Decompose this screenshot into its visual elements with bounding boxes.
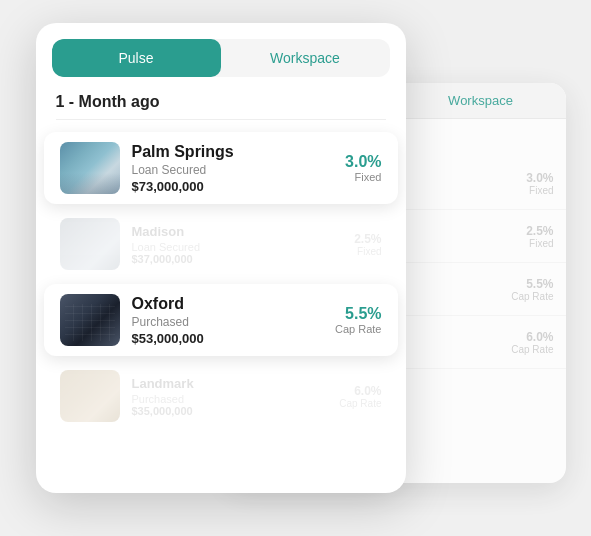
type-madison: Loan Secured — [132, 241, 343, 253]
back-rate-palm: 3.0% Fixed — [526, 171, 553, 196]
rate-value-palm-springs: 3.0% — [345, 153, 381, 171]
back-tab-workspace[interactable]: Workspace — [396, 83, 566, 118]
name-palm-springs: Palm Springs — [132, 143, 334, 161]
rate-value-landmark: 6.0% — [339, 384, 381, 398]
rate-value-oxford: 5.5% — [335, 305, 381, 323]
rate-oxford: 5.5% Cap Rate — [335, 305, 381, 335]
workspace-label: Workspace — [270, 50, 340, 66]
tab-pulse[interactable]: Pulse — [52, 39, 221, 77]
name-landmark: Landmark — [132, 376, 328, 391]
back-rate-madison: 2.5% Fixed — [526, 224, 553, 249]
deal-item-palm-springs[interactable]: Palm Springs Loan Secured $73,000,000 3.… — [44, 132, 398, 204]
pulse-label: Pulse — [118, 50, 153, 66]
info-landmark: Landmark Purchased $35,000,000 — [132, 376, 328, 417]
section-title: 1 - Month ago — [36, 77, 406, 119]
name-oxford: Oxford — [132, 295, 324, 313]
amount-landmark: $35,000,000 — [132, 405, 328, 417]
amount-palm-springs: $73,000,000 — [132, 179, 334, 194]
back-rate-gateway: 6.0% Cap Rate — [511, 330, 553, 355]
card-front: Pulse Workspace 1 - Month ago Palm Sprin… — [36, 23, 406, 493]
back-workspace-label: Workspace — [448, 93, 513, 108]
tab-workspace[interactable]: Workspace — [221, 39, 390, 77]
section-divider — [56, 119, 386, 120]
info-oxford: Oxford Purchased $53,000,000 — [132, 295, 324, 346]
info-madison: Madison Loan Secured $37,000,000 — [132, 224, 343, 265]
scene: Pulse Workspace ago Palm Springs Loan Se… — [36, 23, 556, 513]
deal-item-oxford[interactable]: Oxford Purchased $53,000,000 5.5% Cap Ra… — [44, 284, 398, 356]
rate-label-madison: Fixed — [354, 246, 381, 257]
back-rate-lexington: 5.5% Cap Rate — [511, 277, 553, 302]
rate-landmark: 6.0% Cap Rate — [339, 384, 381, 409]
rate-label-landmark: Cap Rate — [339, 398, 381, 409]
type-oxford: Purchased — [132, 315, 324, 329]
thumb-landmark — [60, 370, 120, 422]
deal-item-landmark[interactable]: Landmark Purchased $35,000,000 6.0% Cap … — [44, 360, 398, 432]
thumb-palm-springs — [60, 142, 120, 194]
info-palm-springs: Palm Springs Loan Secured $73,000,000 — [132, 143, 334, 194]
tab-bar: Pulse Workspace — [52, 39, 390, 77]
amount-oxford: $53,000,000 — [132, 331, 324, 346]
thumb-oxford — [60, 294, 120, 346]
type-landmark: Purchased — [132, 393, 328, 405]
rate-label-oxford: Cap Rate — [335, 323, 381, 335]
rate-value-madison: 2.5% — [354, 232, 381, 246]
type-palm-springs: Loan Secured — [132, 163, 334, 177]
amount-madison: $37,000,000 — [132, 253, 343, 265]
deal-item-madison[interactable]: Madison Loan Secured $37,000,000 2.5% Fi… — [44, 208, 398, 280]
rate-palm-springs: 3.0% Fixed — [345, 153, 381, 183]
rate-label-palm-springs: Fixed — [345, 171, 381, 183]
thumb-madison — [60, 218, 120, 270]
rate-madison: 2.5% Fixed — [354, 232, 381, 257]
name-madison: Madison — [132, 224, 343, 239]
